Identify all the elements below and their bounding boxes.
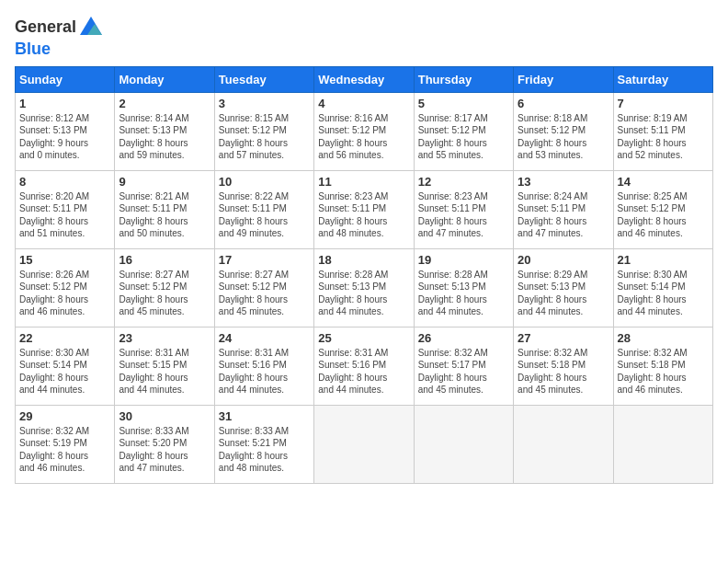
day-number: 2 <box>119 97 210 110</box>
day-number: 9 <box>119 175 210 189</box>
day-info: Sunrise: 8:31 AM Sunset: 5:15 PM Dayligh… <box>119 347 210 396</box>
day-number: 30 <box>119 409 210 423</box>
day-info: Sunrise: 8:32 AM Sunset: 5:17 PM Dayligh… <box>418 347 509 396</box>
weekday-saturday: Saturday <box>613 66 712 92</box>
day-number: 17 <box>219 253 310 267</box>
day-number: 29 <box>19 409 110 423</box>
day-number: 4 <box>318 97 409 110</box>
day-cell: 11Sunrise: 8:23 AM Sunset: 5:11 PM Dayli… <box>314 170 414 248</box>
day-number: 22 <box>19 331 110 345</box>
day-cell <box>314 405 414 483</box>
week-row-1: 1Sunrise: 8:12 AM Sunset: 5:13 PM Daylig… <box>16 92 713 170</box>
week-row-4: 22Sunrise: 8:30 AM Sunset: 5:14 PM Dayli… <box>16 327 713 405</box>
day-number: 8 <box>19 175 110 189</box>
day-info: Sunrise: 8:20 AM Sunset: 5:11 PM Dayligh… <box>19 190 110 240</box>
day-cell <box>613 405 712 483</box>
day-cell <box>514 405 613 483</box>
day-cell: 22Sunrise: 8:30 AM Sunset: 5:14 PM Dayli… <box>16 327 115 405</box>
day-cell: 13Sunrise: 8:24 AM Sunset: 5:11 PM Dayli… <box>514 170 613 248</box>
day-cell: 15Sunrise: 8:26 AM Sunset: 5:12 PM Dayli… <box>16 248 115 327</box>
day-cell: 17Sunrise: 8:27 AM Sunset: 5:12 PM Dayli… <box>214 248 313 327</box>
day-cell <box>414 405 513 483</box>
day-cell: 20Sunrise: 8:29 AM Sunset: 5:13 PM Dayli… <box>514 248 613 327</box>
weekday-header-row: SundayMondayTuesdayWednesdayThursdayFrid… <box>16 66 713 92</box>
day-cell: 1Sunrise: 8:12 AM Sunset: 5:13 PM Daylig… <box>16 92 115 170</box>
day-info: Sunrise: 8:32 AM Sunset: 5:18 PM Dayligh… <box>518 347 609 396</box>
weekday-sunday: Sunday <box>16 66 115 92</box>
day-info: Sunrise: 8:26 AM Sunset: 5:12 PM Dayligh… <box>19 269 110 318</box>
day-info: Sunrise: 8:28 AM Sunset: 5:13 PM Dayligh… <box>418 269 509 318</box>
day-cell: 19Sunrise: 8:28 AM Sunset: 5:13 PM Dayli… <box>414 248 513 327</box>
day-info: Sunrise: 8:33 AM Sunset: 5:21 PM Dayligh… <box>219 425 310 475</box>
day-info: Sunrise: 8:30 AM Sunset: 5:14 PM Dayligh… <box>618 269 709 318</box>
day-info: Sunrise: 8:19 AM Sunset: 5:11 PM Dayligh… <box>618 112 709 162</box>
day-info: Sunrise: 8:12 AM Sunset: 5:13 PM Dayligh… <box>19 112 110 162</box>
day-info: Sunrise: 8:27 AM Sunset: 5:12 PM Dayligh… <box>119 269 210 318</box>
day-number: 23 <box>119 331 210 345</box>
day-info: Sunrise: 8:16 AM Sunset: 5:12 PM Dayligh… <box>318 112 409 162</box>
day-cell: 7Sunrise: 8:19 AM Sunset: 5:11 PM Daylig… <box>613 92 712 170</box>
day-number: 12 <box>418 175 509 189</box>
day-info: Sunrise: 8:31 AM Sunset: 5:16 PM Dayligh… <box>219 347 310 396</box>
logo-blue: Blue <box>15 40 104 59</box>
week-row-2: 8Sunrise: 8:20 AM Sunset: 5:11 PM Daylig… <box>16 170 713 248</box>
day-cell: 28Sunrise: 8:32 AM Sunset: 5:18 PM Dayli… <box>613 327 712 405</box>
day-cell: 6Sunrise: 8:18 AM Sunset: 5:12 PM Daylig… <box>514 92 613 170</box>
day-info: Sunrise: 8:31 AM Sunset: 5:16 PM Dayligh… <box>318 347 409 396</box>
day-number: 18 <box>318 253 409 267</box>
day-number: 31 <box>219 409 310 423</box>
day-number: 19 <box>418 253 509 267</box>
day-cell: 31Sunrise: 8:33 AM Sunset: 5:21 PM Dayli… <box>214 405 313 483</box>
day-cell: 14Sunrise: 8:25 AM Sunset: 5:12 PM Dayli… <box>613 170 712 248</box>
day-number: 11 <box>318 175 409 189</box>
day-number: 16 <box>119 253 210 267</box>
day-cell: 4Sunrise: 8:16 AM Sunset: 5:12 PM Daylig… <box>314 92 414 170</box>
day-cell: 18Sunrise: 8:28 AM Sunset: 5:13 PM Dayli… <box>314 248 414 327</box>
day-number: 7 <box>618 97 709 110</box>
weekday-tuesday: Tuesday <box>214 66 313 92</box>
day-info: Sunrise: 8:15 AM Sunset: 5:12 PM Dayligh… <box>219 112 310 162</box>
calendar-container: General Blue SundayMondayTuesdayWednesda… <box>0 0 728 493</box>
logo-icon <box>78 15 104 40</box>
day-number: 14 <box>618 175 709 189</box>
weekday-wednesday: Wednesday <box>314 66 414 92</box>
logo-general: General <box>15 18 76 37</box>
day-cell: 25Sunrise: 8:31 AM Sunset: 5:16 PM Dayli… <box>314 327 414 405</box>
day-cell: 30Sunrise: 8:33 AM Sunset: 5:20 PM Dayli… <box>115 405 214 483</box>
week-row-3: 15Sunrise: 8:26 AM Sunset: 5:12 PM Dayli… <box>16 248 713 327</box>
day-cell: 16Sunrise: 8:27 AM Sunset: 5:12 PM Dayli… <box>115 248 214 327</box>
day-number: 28 <box>618 331 709 345</box>
day-cell: 27Sunrise: 8:32 AM Sunset: 5:18 PM Dayli… <box>514 327 613 405</box>
day-cell: 29Sunrise: 8:32 AM Sunset: 5:19 PM Dayli… <box>16 405 115 483</box>
day-info: Sunrise: 8:25 AM Sunset: 5:12 PM Dayligh… <box>618 190 709 240</box>
day-number: 20 <box>518 253 609 267</box>
weekday-monday: Monday <box>115 66 214 92</box>
day-cell: 24Sunrise: 8:31 AM Sunset: 5:16 PM Dayli… <box>214 327 313 405</box>
weekday-thursday: Thursday <box>414 66 513 92</box>
day-cell: 3Sunrise: 8:15 AM Sunset: 5:12 PM Daylig… <box>214 92 313 170</box>
calendar-body: 1Sunrise: 8:12 AM Sunset: 5:13 PM Daylig… <box>16 92 713 483</box>
day-info: Sunrise: 8:17 AM Sunset: 5:12 PM Dayligh… <box>418 112 509 162</box>
day-number: 21 <box>618 253 709 267</box>
day-cell: 21Sunrise: 8:30 AM Sunset: 5:14 PM Dayli… <box>613 248 712 327</box>
day-cell: 9Sunrise: 8:21 AM Sunset: 5:11 PM Daylig… <box>115 170 214 248</box>
day-cell: 2Sunrise: 8:14 AM Sunset: 5:13 PM Daylig… <box>115 92 214 170</box>
day-number: 10 <box>219 175 310 189</box>
day-cell: 10Sunrise: 8:22 AM Sunset: 5:11 PM Dayli… <box>214 170 313 248</box>
calendar-header: General Blue <box>15 15 713 59</box>
day-number: 5 <box>418 97 509 110</box>
day-cell: 26Sunrise: 8:32 AM Sunset: 5:17 PM Dayli… <box>414 327 513 405</box>
day-cell: 12Sunrise: 8:23 AM Sunset: 5:11 PM Dayli… <box>414 170 513 248</box>
day-number: 1 <box>19 97 110 110</box>
day-info: Sunrise: 8:32 AM Sunset: 5:19 PM Dayligh… <box>19 425 110 475</box>
day-number: 13 <box>518 175 609 189</box>
weekday-friday: Friday <box>514 66 613 92</box>
day-cell: 5Sunrise: 8:17 AM Sunset: 5:12 PM Daylig… <box>414 92 513 170</box>
day-info: Sunrise: 8:23 AM Sunset: 5:11 PM Dayligh… <box>418 190 509 240</box>
day-info: Sunrise: 8:18 AM Sunset: 5:12 PM Dayligh… <box>518 112 609 162</box>
day-number: 26 <box>418 331 509 345</box>
day-info: Sunrise: 8:32 AM Sunset: 5:18 PM Dayligh… <box>618 347 709 396</box>
day-info: Sunrise: 8:30 AM Sunset: 5:14 PM Dayligh… <box>19 347 110 396</box>
day-number: 27 <box>518 331 609 345</box>
day-info: Sunrise: 8:33 AM Sunset: 5:20 PM Dayligh… <box>119 425 210 475</box>
